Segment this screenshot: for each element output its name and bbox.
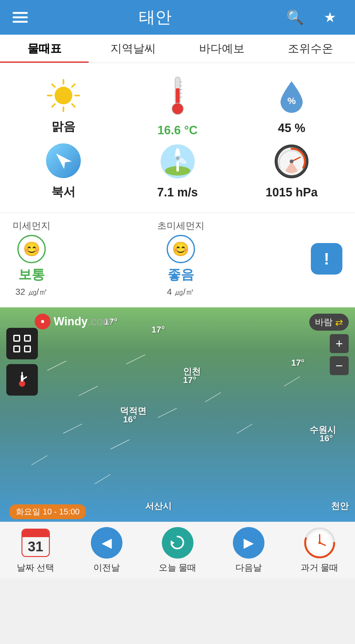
map-temperature-button[interactable] [6, 364, 38, 396]
ultra-fine-dust-value: 4 ㎍/㎥ [167, 286, 194, 298]
ultra-fine-dust-face-icon: 😊 [167, 235, 195, 263]
tab-tide[interactable]: 조위수온 [266, 35, 355, 63]
windy-suffix: .com [88, 315, 112, 328]
map-wind-temp: 17° [291, 358, 305, 368]
map-zoom-in-button[interactable]: + [330, 334, 349, 353]
weather-condition-cell: 맑음 [6, 78, 121, 135]
svg-point-57 [318, 542, 321, 544]
nav-item-past[interactable]: 과거 물때 [284, 527, 355, 574]
next-day-icon: ▶ [233, 527, 264, 559]
svg-rect-31 [14, 335, 20, 341]
droplet-icon: % [277, 78, 306, 116]
temperature-cell: 16.6 °C [121, 76, 235, 137]
wind-mode-badge[interactable]: 바람 ⇄ [309, 314, 349, 331]
svg-point-16 [172, 103, 183, 114]
windy-brand-label: Windy [54, 315, 88, 328]
nav-date-label: 날짜 선택 [17, 562, 55, 574]
svg-point-26 [176, 157, 179, 160]
nav-item-date[interactable]: 31 날짜 선택 [0, 527, 71, 574]
wind-direction-icon [46, 143, 81, 178]
prev-day-icon: ◀ [91, 527, 122, 559]
fine-dust-label: 미세먼지 [13, 219, 50, 232]
page-title: 태안 [28, 6, 282, 28]
wind-direction-cell: 북서 [6, 143, 121, 200]
fine-dust-value: 32 ㎍/㎥ [15, 286, 48, 298]
tab-weather[interactable]: 지역날씨 [89, 35, 177, 63]
nav-item-today[interactable]: 오늘 물때 [142, 527, 213, 574]
wind-label: 바람 [315, 316, 333, 328]
windmill-icon [160, 144, 195, 180]
svg-rect-33 [14, 346, 20, 352]
ultra-fine-dust-item: 초미세먼지 😊 좋음 4 ㎍/㎥ [157, 219, 204, 298]
svg-rect-39 [21, 375, 23, 381]
sun-icon [46, 78, 81, 113]
temperature-label: 16.6 °C [157, 124, 198, 137]
svg-rect-34 [25, 346, 30, 352]
condition-label: 맑음 [51, 119, 75, 135]
search-icon[interactable]: 🔍 [282, 9, 308, 26]
svg-rect-10 [176, 88, 180, 104]
nav-next-label: 다음날 [235, 562, 262, 574]
bookmark-icon[interactable]: ★ [317, 9, 342, 26]
map-city2: 서산시 [145, 500, 172, 512]
today-tide-icon [162, 527, 193, 559]
pressure-label: 1015 hPa [266, 186, 318, 199]
map-time-label: 화요일 10 - 15:00 [9, 504, 86, 519]
humidity-cell: % 45 % [234, 78, 349, 135]
map-city4-temp: 16° [320, 433, 333, 444]
wind-speed-cell: 7.1 m/s [121, 144, 235, 199]
map-zoom-out-button[interactable]: − [330, 356, 349, 375]
weather-row-2: 북서 7.1 m/s [6, 143, 349, 200]
map-fullscreen-button[interactable] [6, 328, 38, 359]
svg-text:%: % [287, 96, 296, 106]
app-header: 태안 🔍 ★ [0, 0, 355, 35]
fine-dust-item: 미세먼지 😊 보통 32 ㎍/㎥ [13, 219, 50, 298]
map-city1-temp: 17° [183, 375, 196, 385]
calendar-icon: 31 [20, 527, 51, 559]
thermometer-icon [168, 76, 187, 118]
wind-direction-label: 북서 [51, 184, 75, 200]
fine-dust-quality: 보통 [18, 266, 45, 283]
nav-past-label: 과거 물때 [301, 562, 339, 574]
humidity-label: 45 % [278, 121, 305, 135]
dust-section: 미세먼지 😊 보통 32 ㎍/㎥ 초미세먼지 😊 좋음 4 ㎍/㎥ ! [0, 213, 355, 307]
tab-muldae[interactable]: 물때표 [0, 35, 89, 63]
map-city3-temp: 16° [123, 415, 136, 425]
pressure-gauge-icon [274, 144, 309, 180]
past-tide-icon [304, 527, 335, 559]
map-city5: 천안 [331, 500, 349, 512]
alert-icon[interactable]: ! [311, 243, 342, 275]
nav-item-next[interactable]: ▶ 다음날 [213, 527, 284, 574]
pressure-cell: 1015 hPa [234, 144, 349, 199]
map-temp-top2: 17° [151, 325, 165, 335]
nav-prev-label: 이전날 [93, 562, 120, 574]
svg-rect-32 [25, 335, 30, 341]
svg-marker-51 [171, 540, 175, 545]
tab-sea[interactable]: 바다예보 [178, 35, 266, 63]
bottom-navigation: 31 날짜 선택 ◀ 이전날 오늘 물때 ▶ 다음날 [0, 522, 355, 578]
fine-dust-face-icon: 😊 [17, 235, 46, 263]
ultra-fine-dust-label: 초미세먼지 [157, 219, 204, 232]
weather-row-1: 맑음 16.6 °C [6, 76, 349, 137]
svg-point-0 [55, 87, 72, 104]
tab-bar: 물때표 지역날씨 바다예보 조위수온 [0, 35, 355, 63]
svg-line-5 [52, 84, 55, 87]
menu-icon[interactable] [13, 12, 28, 23]
wind-speed-label: 7.1 m/s [157, 186, 198, 199]
svg-line-8 [52, 104, 55, 107]
svg-line-6 [72, 104, 75, 107]
svg-line-7 [72, 84, 75, 87]
map-section: Windy .com 바람 ⇄ 17° 17° 17° 인천 17° 덕적면 1… [0, 307, 355, 522]
nav-today-label: 오늘 물때 [159, 562, 197, 574]
nav-item-prev[interactable]: ◀ 이전날 [71, 527, 142, 574]
ultra-fine-dust-quality: 좋음 [168, 266, 194, 283]
weather-section: 맑음 16.6 °C [0, 63, 355, 212]
